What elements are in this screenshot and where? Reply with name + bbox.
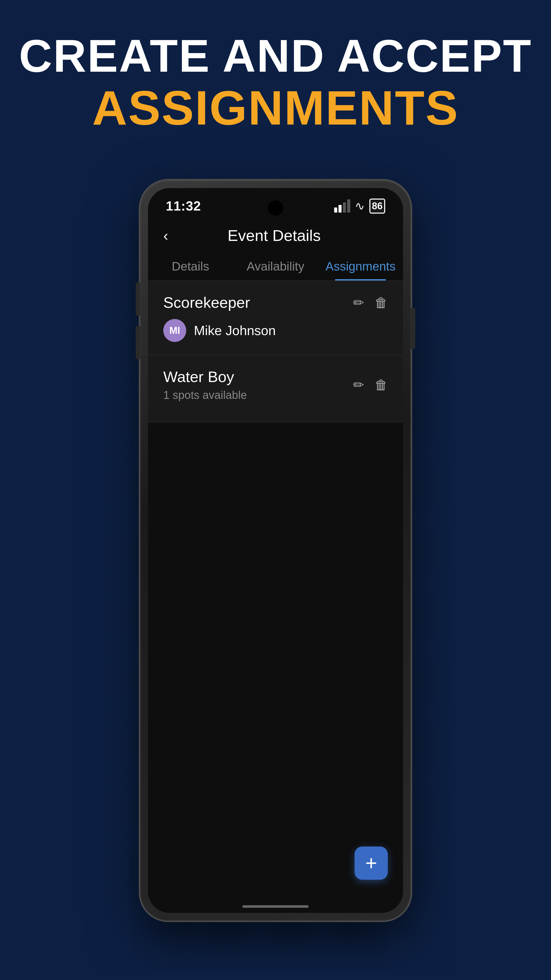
nav-bar: ‹ Event Details [148,219,403,252]
signal-bar-1 [334,207,337,213]
content-area: Scorekeeper ✏ 🗑 MI Mike Johnson [148,281,403,900]
home-indicator [148,900,403,913]
volume-up-button [136,283,140,316]
add-icon: + [365,853,377,873]
assignment-spots-waterboy: 1 spots available [163,389,247,401]
delete-icon-scorekeeper[interactable]: 🗑 [375,295,388,310]
assignment-card-waterboy: Water Boy 1 spots available ✏ 🗑 [148,355,403,422]
assignment-header-waterboy: Water Boy 1 spots available ✏ 🗑 [163,368,388,401]
assignment-actions-scorekeeper: ✏ 🗑 [353,295,388,310]
battery-icon: 86 [369,199,385,213]
add-assignment-button[interactable]: + [354,846,388,880]
tab-availability[interactable]: Availability [233,252,318,280]
back-button[interactable]: ‹ [163,227,168,244]
hero-line2: ASSIGNMENTS [19,81,532,135]
tabs-bar: Details Availability Assignments [148,252,403,281]
assignment-card-scorekeeper: Scorekeeper ✏ 🗑 MI Mike Johnson [148,281,403,355]
phone-mockup: 11:32 ∿ 86 ‹ Event Details De [140,180,411,921]
hero-section: CREATE AND ACCEPT ASSIGNMENTS [19,30,532,135]
status-time: 11:32 [166,198,201,213]
avatar-mike: MI [163,319,186,342]
assignment-header-scorekeeper: Scorekeeper ✏ 🗑 [163,294,388,311]
nav-title: Event Details [176,226,372,245]
person-name-mike: Mike Johnson [194,323,276,338]
assignment-actions-waterboy: ✏ 🗑 [353,377,388,393]
wifi-icon: ∿ [355,199,365,213]
person-row-mike: MI Mike Johnson [163,319,388,342]
volume-down-button [136,326,140,359]
home-bar [242,905,309,908]
hero-line1: CREATE AND ACCEPT [19,30,532,81]
assignment-title-group-waterboy: Water Boy 1 spots available [163,368,247,401]
assignment-title-waterboy: Water Boy [163,368,247,386]
delete-icon-waterboy[interactable]: 🗑 [375,377,388,393]
status-icons: ∿ 86 [334,199,385,213]
signal-bar-3 [343,202,346,213]
camera-punch [268,200,283,216]
phone-screen: 11:32 ∿ 86 ‹ Event Details De [148,188,403,913]
signal-bar-4 [347,199,350,213]
edit-icon-waterboy[interactable]: ✏ [353,377,364,393]
tab-details[interactable]: Details [148,252,233,280]
battery-percent: 86 [372,200,383,212]
edit-icon-scorekeeper[interactable]: ✏ [353,295,364,310]
assignment-title-scorekeeper: Scorekeeper [163,294,250,311]
signal-bar-2 [338,205,341,213]
power-button [411,308,415,349]
tab-assignments[interactable]: Assignments [318,252,403,280]
signal-icon [334,199,350,213]
